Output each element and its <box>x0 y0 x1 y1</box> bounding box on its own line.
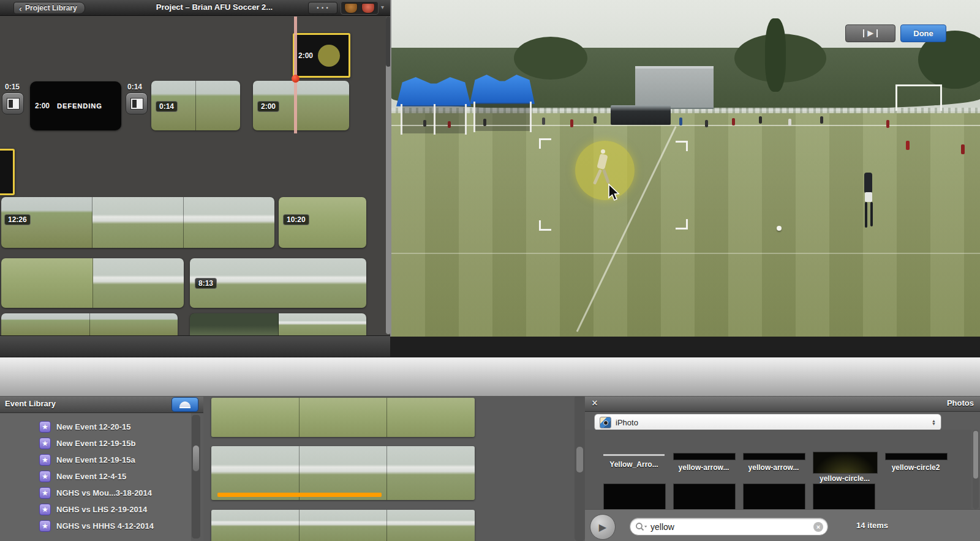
video-clip[interactable]: 12:26 <box>1 197 274 248</box>
photo-source-label: iPhoto <box>616 418 638 427</box>
play-around-button[interactable]: ▶ <box>845 24 895 42</box>
photo-thumb[interactable] <box>673 483 736 510</box>
event-library-item[interactable]: ★NGHS vs HHHS 4-12-2014 <box>39 520 154 532</box>
photos-search-field[interactable]: × <box>630 518 828 535</box>
todo-marker-icon[interactable] <box>361 3 375 13</box>
photo-label: Yellow_Arro... <box>598 460 669 469</box>
photo-thumb[interactable] <box>673 453 736 460</box>
event-name: New Event 12-4-15 <box>56 472 126 481</box>
video-preview[interactable]: ▶ Done <box>390 0 980 337</box>
title-clip-defending[interactable]: 2:00 DEFENDING <box>30 81 121 130</box>
crop-corner-bottom-left[interactable] <box>539 220 551 231</box>
transition-duration: 0:15 <box>5 83 20 91</box>
photo-thumb[interactable] <box>743 483 805 510</box>
photo-thumb[interactable] <box>885 453 948 460</box>
video-clip[interactable]: 0:14 <box>151 81 240 130</box>
photo-thumb[interactable] <box>603 454 665 456</box>
event-library-item[interactable]: ★NGHS vs LHS 2-19-2014 <box>39 504 147 515</box>
photos-scrollbar-thumb[interactable] <box>973 431 978 479</box>
clip-frame <box>90 313 178 335</box>
video-clip[interactable] <box>190 313 366 335</box>
photo-label: yellow-arrow... <box>738 463 809 472</box>
clip-frame <box>300 510 388 541</box>
clip-frame <box>1 313 90 335</box>
event-library-item[interactable]: ★New Event 12-19-15a <box>39 454 135 466</box>
event-star-icon: ★ <box>39 438 51 449</box>
search-input[interactable] <box>649 521 813 532</box>
photo-thumb-selected[interactable] <box>813 452 878 474</box>
yellow-circle-thumbnail <box>318 45 340 67</box>
event-filmstrip[interactable] <box>211 398 475 437</box>
blue-tent <box>470 75 535 131</box>
transition-clip-button[interactable] <box>2 92 24 114</box>
header-caret-icon[interactable]: ▾ <box>381 4 384 10</box>
event-name: NGHS vs LHS 2-19-2014 <box>56 505 147 514</box>
event-star-icon: ★ <box>39 471 51 482</box>
photo-label: yellow-arrow... <box>668 463 739 472</box>
event-star-icon: ★ <box>39 520 51 532</box>
title-clip-text: DEFENDING <box>57 102 102 110</box>
metal-building <box>635 66 714 109</box>
clip-frame <box>190 313 279 335</box>
comment-marker-icon[interactable] <box>344 3 358 13</box>
event-star-icon: ★ <box>39 487 51 499</box>
event-star-icon: ★ <box>39 504 51 515</box>
favorite-marker-bar[interactable] <box>217 493 382 497</box>
clip-duration-badge: 12:26 <box>4 214 31 225</box>
event-library-list: ★New Event 12-20-15 ★New Event 12-19-15b… <box>0 412 191 541</box>
photos-play-button[interactable]: ▶ <box>590 514 616 540</box>
transition-duration: 0:14 <box>127 83 142 91</box>
project-actions-button[interactable]: • • • <box>308 2 337 14</box>
goal-frame <box>895 84 942 111</box>
photo-thumb[interactable] <box>813 483 875 510</box>
event-browser-scrollbar-track[interactable] <box>575 395 585 541</box>
cutaway-clip-wrapped[interactable] <box>0 149 15 195</box>
event-library-scrollbar-thumb[interactable] <box>193 446 199 471</box>
soccer-ball <box>777 226 782 231</box>
photo-source-select[interactable]: iPhoto ▲▼ <box>594 414 941 431</box>
team-bench <box>611 105 671 125</box>
camera-capture-button[interactable] <box>172 397 198 412</box>
close-photos-button[interactable]: × <box>589 398 600 409</box>
video-clip[interactable]: 10:20 <box>279 197 366 248</box>
video-clip[interactable] <box>1 258 184 308</box>
event-library-item[interactable]: ★NGHS vs Mou...3-18-2014 <box>39 487 152 499</box>
event-filmstrip-favorite[interactable] <box>211 446 475 500</box>
cutaway-clip-selected[interactable]: 2:00 <box>293 33 350 78</box>
photos-scrollbar-track[interactable] <box>973 430 979 509</box>
project-library-back-button[interactable]: ‹ Project Library <box>13 2 85 14</box>
video-clip[interactable]: 8:13 <box>190 258 366 308</box>
marker-group <box>341 1 379 15</box>
done-button[interactable]: Done <box>900 24 946 42</box>
photo-label: yellow-circle2 <box>880 463 951 472</box>
event-library-header: Event Library <box>0 395 203 413</box>
clip-frame <box>387 398 475 437</box>
event-name: New Event 12-19-15b <box>56 439 135 448</box>
video-clip[interactable] <box>1 313 178 335</box>
photo-thumb[interactable] <box>743 453 805 460</box>
event-name: New Event 12-19-15a <box>56 455 135 465</box>
event-filmstrip[interactable] <box>211 510 475 541</box>
event-library-item[interactable]: ★New Event 12-19-15b <box>39 438 135 449</box>
clip-frame <box>184 197 274 248</box>
clear-search-icon[interactable]: × <box>813 522 823 532</box>
play-around-icon: ▶ <box>863 29 877 37</box>
crop-corner-top-left[interactable] <box>539 138 551 149</box>
event-browser-scrollbar-thumb[interactable] <box>576 447 583 472</box>
video-clip[interactable]: 2:00 <box>253 81 349 130</box>
event-library-item[interactable]: ★New Event 12-20-15 <box>39 421 130 433</box>
search-icon <box>635 522 647 532</box>
clip-duration-badge: 2:00 <box>257 101 279 112</box>
event-star-icon: ★ <box>39 421 51 433</box>
playhead-dot[interactable] <box>292 75 300 83</box>
crop-corner-top-right[interactable] <box>676 141 688 151</box>
event-library-scrollbar-track[interactable] <box>192 415 200 539</box>
event-library-item[interactable]: ★New Event 12-4-15 <box>39 471 126 482</box>
clip-frame <box>300 398 388 437</box>
crop-corner-bottom-right[interactable] <box>676 219 688 229</box>
transition-clip-button[interactable] <box>126 92 148 114</box>
photo-thumb[interactable] <box>603 483 666 510</box>
mouse-cursor <box>607 184 620 202</box>
event-name: New Event 12-20-15 <box>56 422 130 431</box>
project-footer: ▶ ▶ 7:34:14 total 5s <box>0 335 390 357</box>
